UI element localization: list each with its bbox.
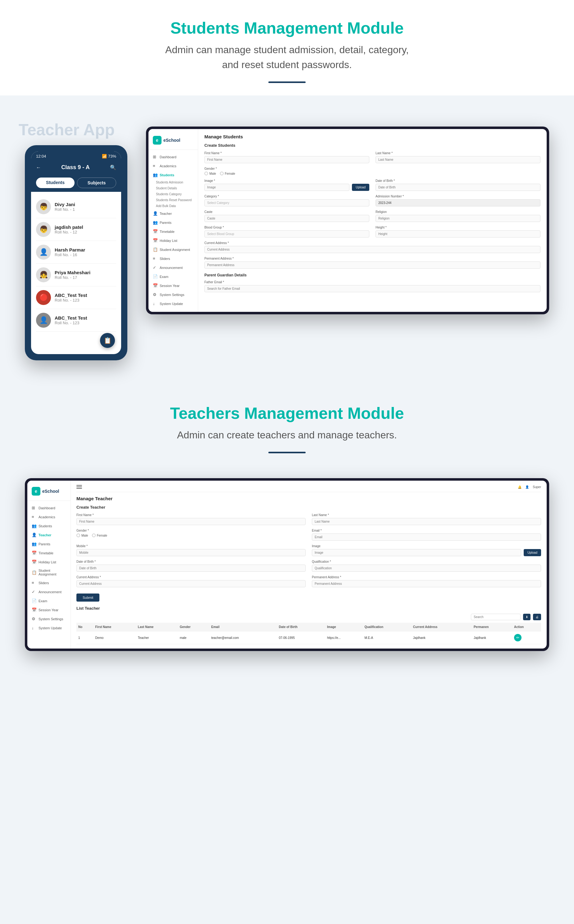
holiday-icon: 📅 (153, 238, 158, 243)
sidebar2-item-exam[interactable]: 📄 Exam (27, 596, 71, 605)
sidebar2-item-holiday[interactable]: 📅 Holiday List (27, 557, 71, 566)
teacher-email-input[interactable] (312, 533, 541, 541)
table-export-btn[interactable]: ⬇ (523, 614, 530, 620)
edit-button[interactable]: ✏ (514, 634, 522, 641)
list-item[interactable]: 👤 Harsh Parmar Roll No. - 16 (36, 241, 116, 264)
sidebar2-item-dashboard[interactable]: ⊞ Dashboard (27, 503, 71, 513)
height-input[interactable] (375, 230, 541, 237)
col-image: Image (325, 623, 363, 631)
radio-female-label: Female (225, 172, 235, 176)
sidebar-item-update[interactable]: ↓ System Update (148, 299, 198, 308)
tab-students[interactable]: Students (36, 177, 74, 188)
sidebar-item-session[interactable]: 📅 Session Year (148, 281, 198, 290)
caste-input[interactable] (204, 215, 369, 222)
firstname-input[interactable] (204, 156, 369, 163)
sidebar-item-exam[interactable]: 📄 Exam (148, 272, 198, 281)
notification-icon[interactable]: 🔔 (518, 485, 522, 489)
phone-status-bar: 12:04 📶 73% (31, 152, 121, 161)
sidebar2-item-update[interactable]: ↓ System Update (27, 623, 71, 632)
admission-input[interactable] (375, 199, 541, 206)
hamburger-menu[interactable] (76, 485, 82, 489)
sidebar-sub-details[interactable]: Student Details (148, 185, 198, 191)
sidebar2-item-timetable[interactable]: 📅 Timetable (27, 548, 71, 557)
sidebar-sub-bulk[interactable]: Add Bulk Data (148, 203, 198, 209)
list-item[interactable]: 👧 Priya Maheshari Roll No. - 17 (36, 264, 116, 286)
sidebar2-item-announcement[interactable]: ✓ Announcement (27, 587, 71, 596)
sidebar-item-students[interactable]: 👥 Students (148, 170, 198, 179)
col-gender: Gender (178, 623, 209, 631)
search-icon[interactable]: 🔍 (110, 165, 116, 170)
sidebar2-label: Student Assignment (38, 569, 66, 576)
sidebar-item-sliders[interactable]: ≡ Sliders (148, 254, 198, 263)
teacher-qualification-group: Qualification * (312, 560, 541, 572)
table-print-btn[interactable]: 🖨 (533, 614, 541, 620)
sidebar2-item-academics[interactable]: ≡ Academics (27, 513, 71, 521)
sidebar2-label: System Settings (38, 617, 63, 621)
upload-button[interactable]: Upload (352, 184, 369, 191)
permanent-address-input[interactable] (204, 261, 541, 269)
radio-male[interactable]: Male (204, 172, 216, 176)
dob-input[interactable] (375, 184, 541, 191)
category-select[interactable]: Select Category (204, 199, 369, 206)
table-toolbar: ⬇ 🖨 (76, 614, 541, 620)
sidebar-item-settings[interactable]: ⚙ System Settings (148, 290, 198, 299)
sidebar-item-assignment[interactable]: 📋 Student Assignment (148, 245, 198, 254)
sidebar-sub-category[interactable]: Students Category (148, 191, 198, 197)
list-item[interactable]: 👤 ABC_Test Test Roll No. - 123 (36, 309, 116, 332)
sidebar-item-timetable[interactable]: 📅 Timetable (148, 227, 198, 236)
list-item[interactable]: 👦 Divy Jani Roll No. - 1 (36, 196, 116, 218)
list-item[interactable]: 🔴 ABC_Test Test Roll No. - 123 (36, 286, 116, 309)
teacher-submit-button[interactable]: Submit (76, 593, 99, 601)
sidebar2-item-teacher[interactable]: 👤 Teacher (27, 530, 71, 540)
sidebar2-item-students[interactable]: 👥 Students (27, 521, 71, 530)
teacher-radio-female[interactable]: Female (92, 533, 107, 537)
teacher-qualification-input[interactable] (312, 565, 541, 572)
sidebar-item-academics[interactable]: ≡ Academics (148, 161, 198, 170)
student-name: Priya Maheshari (55, 270, 90, 275)
student-info: ABC_Test Test Roll No. - 123 (55, 315, 87, 325)
sidebar-sub-reset[interactable]: Students Reset Password (148, 197, 198, 203)
religion-input[interactable] (375, 215, 541, 222)
sidebar2-item-parents[interactable]: 👥 Parents (27, 540, 71, 548)
lastname-input[interactable] (375, 156, 541, 163)
sidebar-sub-admission[interactable]: Students Admission (148, 179, 198, 185)
avatar: 👧 (36, 267, 51, 282)
sidebar2-item-assignment[interactable]: 📋 Student Assignment (27, 566, 71, 578)
sidebar2-item-settings[interactable]: ⚙ System Settings (27, 614, 71, 623)
fab-button[interactable]: 📋 (100, 333, 115, 348)
sidebar2-item-sliders[interactable]: ≡ Sliders (27, 578, 71, 587)
user-icon[interactable]: 👤 (525, 485, 529, 489)
teacher-image-input[interactable] (312, 549, 521, 556)
col-action: Action (512, 623, 541, 631)
admin-header-2: 🔔 👤 Super (76, 485, 541, 492)
teacher-firstname-input[interactable] (76, 518, 306, 525)
teacher-dob-input[interactable] (76, 565, 306, 572)
teacher-current-address-input[interactable] (76, 580, 306, 587)
admin-sidebar-1: e eSchool ⊞ Dashboard ≡ Academics 👥 Stud… (148, 129, 198, 312)
teacher-lastname-input[interactable] (312, 518, 541, 525)
blood-group-select[interactable]: Select Blood Group (204, 230, 369, 237)
table-search-input[interactable] (471, 614, 520, 620)
list-item[interactable]: 👦 jagdish patel Roll No. - 12 (36, 218, 116, 241)
sidebar-item-holiday[interactable]: 📅 Holiday List (148, 236, 198, 245)
students-section-title: Students Management Module (6, 19, 568, 37)
image-input[interactable] (204, 184, 349, 191)
teacher-app-label: Teacher App (19, 120, 115, 139)
current-address-input[interactable] (204, 246, 541, 253)
back-icon[interactable]: ← (36, 165, 41, 170)
sidebar-item-parents[interactable]: 👥 Parents (148, 218, 198, 227)
sidebar2-item-session[interactable]: 📅 Session Year (27, 605, 71, 614)
teacher-mobile-input[interactable] (76, 549, 306, 556)
sidebar-item-teacher[interactable]: 👤 Teacher (148, 209, 198, 218)
teacher-permanent-address-input[interactable] (312, 580, 541, 587)
sidebar-item-dashboard[interactable]: ⊞ Dashboard (148, 152, 198, 161)
tab-subjects[interactable]: Subjects (77, 177, 116, 188)
admin-logo-1: e eSchool (148, 133, 198, 150)
teacher-radio-male[interactable]: Male (76, 533, 88, 537)
hamburger-line (76, 487, 82, 487)
form-group-admission: Admission Number * (375, 195, 541, 206)
sidebar-item-announcement[interactable]: ✓ Announcement (148, 263, 198, 272)
teacher-upload-button[interactable]: Upload (524, 549, 541, 556)
radio-female[interactable]: Female (220, 172, 235, 176)
father-email-input[interactable] (204, 285, 541, 292)
